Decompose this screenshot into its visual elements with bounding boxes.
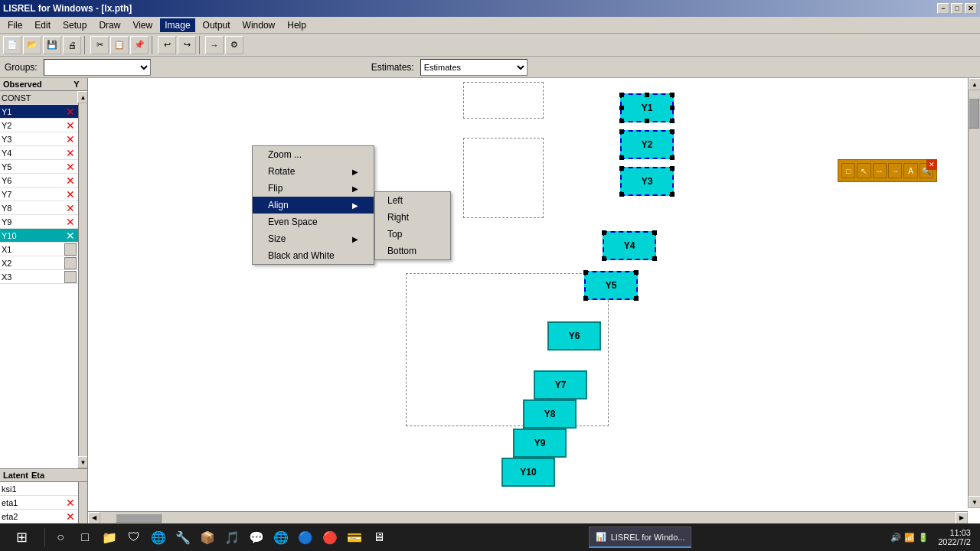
menu-window[interactable]: Window — [238, 18, 280, 32]
list-item[interactable]: X3 — [0, 270, 78, 284]
cut-button[interactable]: ✂ — [90, 36, 109, 54]
float-resize-btn[interactable]: ↔ — [873, 163, 887, 178]
restore-button[interactable]: □ — [951, 3, 963, 14]
menu-bw[interactable]: Black and White — [253, 247, 374, 264]
estimates-select[interactable]: Estimates — [420, 59, 528, 76]
new-button[interactable]: 📄 — [3, 36, 21, 54]
list-item[interactable]: Y9 ✕ — [0, 215, 78, 229]
menu-edit[interactable]: Edit — [30, 18, 55, 32]
node-y6[interactable]: Y6 — [547, 321, 601, 350]
list-item[interactable]: Y6 ✕ — [0, 174, 78, 187]
scroll-up-arrow[interactable]: ▲ — [77, 91, 88, 103]
taskbar-explorer-icon[interactable]: 📁 — [99, 527, 120, 548]
float-link-btn[interactable]: → — [888, 163, 902, 178]
taskbar-shield-icon[interactable]: 🛡 — [123, 527, 145, 548]
observed-scrollbar[interactable]: ▲ ▼ — [78, 91, 87, 468]
copy-button[interactable]: 📋 — [110, 36, 129, 54]
menu-view[interactable]: View — [128, 18, 157, 32]
hscroll-thumb[interactable] — [116, 514, 162, 523]
list-item[interactable]: Y8 ✕ — [0, 201, 78, 215]
list-item[interactable]: Y4 ✕ — [0, 146, 78, 160]
float-arrow-btn[interactable]: ↖ — [857, 163, 871, 178]
align-left[interactable]: Left — [375, 192, 450, 209]
taskbar-lisrel-app[interactable]: 📊 LISREL for Windo... — [589, 527, 692, 548]
save-button[interactable]: 💾 — [43, 36, 61, 54]
list-item[interactable]: Y5 ✕ — [0, 160, 78, 174]
menu-even-space[interactable]: Even Space — [253, 214, 374, 230]
undo-button[interactable]: ↩ — [158, 36, 176, 54]
float-text-btn[interactable]: A — [903, 163, 917, 178]
node-y5[interactable]: Y5 — [584, 271, 638, 300]
list-item[interactable]: ksi1 — [0, 482, 78, 496]
menu-rotate[interactable]: Rotate ▶ — [253, 163, 374, 180]
canvas-hscrollbar[interactable]: ◀ ▶ — [88, 511, 968, 523]
menu-draw[interactable]: Draw — [94, 18, 125, 32]
list-item[interactable]: Y7 ✕ — [0, 187, 78, 201]
menu-image[interactable]: Image — [160, 18, 194, 32]
taskbar-music-icon[interactable]: 🎵 — [221, 527, 243, 548]
list-item[interactable]: Y10 ✕ — [0, 229, 78, 243]
menu-size[interactable]: Size ▶ — [253, 230, 374, 247]
taskbar-browser-icon[interactable]: 🌐 — [148, 527, 169, 548]
list-item[interactable]: X2 — [0, 256, 78, 270]
list-item[interactable]: eta1 ✕ — [0, 496, 78, 510]
taskbar-ie-icon[interactable]: 🌐 — [270, 527, 292, 548]
redo-button[interactable]: ↪ — [178, 36, 196, 54]
node-y2[interactable]: Y2 — [620, 130, 674, 159]
taskbar-chrome-icon[interactable]: 🔵 — [295, 527, 316, 548]
menu-setup[interactable]: Setup — [58, 18, 91, 32]
node-y1[interactable]: Y1 — [620, 93, 674, 122]
menu-output[interactable]: Output — [198, 18, 235, 32]
taskbar-chat-icon[interactable]: 💬 — [246, 527, 267, 548]
taskbar-app-label: LISREL for Windo... — [611, 533, 685, 542]
taskbar-package-icon[interactable]: 📦 — [197, 527, 218, 548]
paste-button[interactable]: 📌 — [130, 36, 149, 54]
menu-file[interactable]: File — [3, 18, 27, 32]
settings-button[interactable]: ⚙ — [225, 36, 243, 54]
groups-select[interactable] — [44, 59, 151, 76]
vscroll-thumb[interactable] — [969, 98, 979, 129]
close-button[interactable]: ✕ — [965, 3, 977, 14]
align-bottom[interactable]: Bottom — [375, 243, 450, 259]
node-y10[interactable]: Y10 — [501, 458, 555, 487]
node-y4[interactable]: Y4 — [603, 231, 656, 260]
taskbar-monitor-icon[interactable]: 🖥 — [368, 527, 390, 548]
menu-zoom[interactable]: Zoom ... — [253, 146, 374, 163]
taskbar-tool-icon[interactable]: 🔧 — [172, 527, 194, 548]
menu-align[interactable]: Align ▶ — [253, 197, 374, 214]
taskbar-red-icon[interactable]: 🔴 — [319, 527, 341, 548]
align-right[interactable]: Right — [375, 209, 450, 226]
node-y7[interactable]: Y7 — [534, 370, 587, 399]
hscroll-left[interactable]: ◀ — [88, 512, 100, 524]
clock-date: 2022/7/2 — [938, 537, 971, 546]
node-y8[interactable]: Y8 — [523, 399, 577, 429]
print-button[interactable]: 🖨 — [63, 36, 81, 54]
align-top[interactable]: Top — [375, 226, 450, 243]
list-item[interactable]: Y1 ✕ — [0, 105, 78, 119]
hscroll-right[interactable]: ▶ — [956, 512, 968, 524]
taskbar-search-icon[interactable]: ○ — [50, 527, 71, 548]
vscroll-down[interactable]: ▼ — [969, 496, 980, 508]
canvas-area[interactable]: Y1 Y2 Y3 Y4 — [88, 78, 980, 523]
menu-help[interactable]: Help — [283, 18, 311, 32]
groups-label: Groups: — [5, 62, 38, 73]
start-button[interactable]: ⊞ — [3, 527, 40, 548]
taskbar-taskview-icon[interactable]: □ — [74, 527, 96, 548]
scroll-down-arrow[interactable]: ▼ — [77, 456, 88, 468]
minimize-button[interactable]: − — [937, 3, 949, 14]
float-close-button[interactable]: ✕ — [926, 159, 937, 170]
vscroll-up[interactable]: ▲ — [969, 78, 980, 90]
taskbar-card-icon[interactable]: 💳 — [344, 527, 365, 548]
latent-scrollbar[interactable] — [78, 482, 87, 523]
list-item[interactable]: Y2 ✕ — [0, 119, 78, 132]
canvas-vscrollbar[interactable]: ▲ ▼ — [968, 78, 980, 508]
node-y9[interactable]: Y9 — [513, 429, 567, 458]
open-button[interactable]: 📂 — [23, 36, 41, 54]
node-y3[interactable]: Y3 — [620, 167, 674, 196]
list-item[interactable]: X1 — [0, 243, 78, 256]
list-item[interactable]: eta2 ✕ — [0, 510, 78, 523]
float-select-btn[interactable]: □ — [841, 163, 855, 178]
list-item[interactable]: Y3 ✕ — [0, 132, 78, 146]
arrow-button[interactable]: → — [205, 36, 224, 54]
menu-flip[interactable]: Flip ▶ — [253, 180, 374, 197]
